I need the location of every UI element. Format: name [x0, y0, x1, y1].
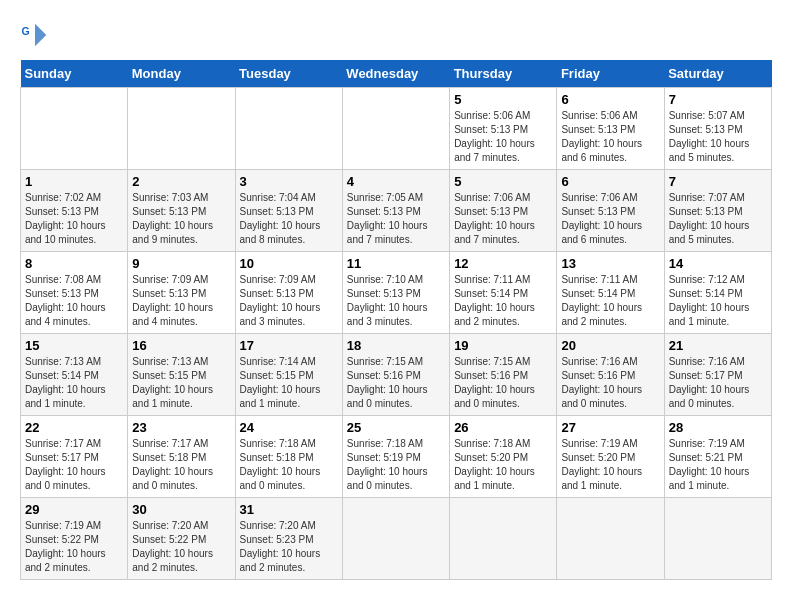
calendar-cell: 6 Sunrise: 7:06 AM Sunset: 5:13 PM Dayli…	[557, 170, 664, 252]
calendar-cell: 31 Sunrise: 7:20 AM Sunset: 5:23 PM Dayl…	[235, 498, 342, 580]
calendar-cell: 21 Sunrise: 7:16 AM Sunset: 5:17 PM Dayl…	[664, 334, 771, 416]
day-number: 5	[454, 174, 552, 189]
calendar-cell: 22 Sunrise: 7:17 AM Sunset: 5:17 PM Dayl…	[21, 416, 128, 498]
page-header: G	[20, 20, 772, 50]
day-header-thursday: Thursday	[450, 60, 557, 88]
day-info: Sunrise: 7:17 AM Sunset: 5:18 PM Dayligh…	[132, 437, 230, 493]
day-number: 27	[561, 420, 659, 435]
day-number: 9	[132, 256, 230, 271]
calendar-cell: 28 Sunrise: 7:19 AM Sunset: 5:21 PM Dayl…	[664, 416, 771, 498]
day-info: Sunrise: 7:19 AM Sunset: 5:21 PM Dayligh…	[669, 437, 767, 493]
day-info: Sunrise: 7:15 AM Sunset: 5:16 PM Dayligh…	[347, 355, 445, 411]
calendar-cell	[557, 498, 664, 580]
day-number: 30	[132, 502, 230, 517]
calendar-week-row: 5 Sunrise: 5:06 AM Sunset: 5:13 PM Dayli…	[21, 88, 772, 170]
day-number: 20	[561, 338, 659, 353]
svg-text:G: G	[22, 25, 30, 37]
calendar-cell: 30 Sunrise: 7:20 AM Sunset: 5:22 PM Dayl…	[128, 498, 235, 580]
day-info: Sunrise: 7:16 AM Sunset: 5:17 PM Dayligh…	[669, 355, 767, 411]
calendar-cell: 7 Sunrise: 7:07 AM Sunset: 5:13 PM Dayli…	[664, 170, 771, 252]
day-number: 16	[132, 338, 230, 353]
calendar-cell: 23 Sunrise: 7:17 AM Sunset: 5:18 PM Dayl…	[128, 416, 235, 498]
calendar-cell: 5 Sunrise: 5:06 AM Sunset: 5:13 PM Dayli…	[450, 88, 557, 170]
calendar-cell	[664, 498, 771, 580]
day-number: 12	[454, 256, 552, 271]
day-info: Sunrise: 7:12 AM Sunset: 5:14 PM Dayligh…	[669, 273, 767, 329]
calendar-cell: 5 Sunrise: 7:06 AM Sunset: 5:13 PM Dayli…	[450, 170, 557, 252]
day-info: Sunrise: 5:07 AM Sunset: 5:13 PM Dayligh…	[669, 109, 767, 165]
day-info: Sunrise: 7:06 AM Sunset: 5:13 PM Dayligh…	[561, 191, 659, 247]
calendar-cell: 12 Sunrise: 7:11 AM Sunset: 5:14 PM Dayl…	[450, 252, 557, 334]
calendar-week-row: 29 Sunrise: 7:19 AM Sunset: 5:22 PM Dayl…	[21, 498, 772, 580]
calendar-cell: 17 Sunrise: 7:14 AM Sunset: 5:15 PM Dayl…	[235, 334, 342, 416]
calendar-cell	[235, 88, 342, 170]
calendar-cell: 14 Sunrise: 7:12 AM Sunset: 5:14 PM Dayl…	[664, 252, 771, 334]
day-number: 26	[454, 420, 552, 435]
day-number: 13	[561, 256, 659, 271]
day-header-friday: Friday	[557, 60, 664, 88]
calendar-cell: 13 Sunrise: 7:11 AM Sunset: 5:14 PM Dayl…	[557, 252, 664, 334]
day-number: 19	[454, 338, 552, 353]
day-number: 15	[25, 338, 123, 353]
day-number: 10	[240, 256, 338, 271]
day-info: Sunrise: 7:10 AM Sunset: 5:13 PM Dayligh…	[347, 273, 445, 329]
day-info: Sunrise: 7:18 AM Sunset: 5:18 PM Dayligh…	[240, 437, 338, 493]
calendar-cell: 19 Sunrise: 7:15 AM Sunset: 5:16 PM Dayl…	[450, 334, 557, 416]
logo: G	[20, 20, 54, 50]
calendar-cell: 18 Sunrise: 7:15 AM Sunset: 5:16 PM Dayl…	[342, 334, 449, 416]
day-number: 29	[25, 502, 123, 517]
day-info: Sunrise: 7:03 AM Sunset: 5:13 PM Dayligh…	[132, 191, 230, 247]
day-info: Sunrise: 7:07 AM Sunset: 5:13 PM Dayligh…	[669, 191, 767, 247]
day-number: 22	[25, 420, 123, 435]
logo-icon: G	[20, 20, 50, 50]
calendar-cell: 9 Sunrise: 7:09 AM Sunset: 5:13 PM Dayli…	[128, 252, 235, 334]
calendar-cell: 24 Sunrise: 7:18 AM Sunset: 5:18 PM Dayl…	[235, 416, 342, 498]
day-info: Sunrise: 7:02 AM Sunset: 5:13 PM Dayligh…	[25, 191, 123, 247]
calendar-cell: 4 Sunrise: 7:05 AM Sunset: 5:13 PM Dayli…	[342, 170, 449, 252]
calendar-week-row: 15 Sunrise: 7:13 AM Sunset: 5:14 PM Dayl…	[21, 334, 772, 416]
day-info: Sunrise: 5:06 AM Sunset: 5:13 PM Dayligh…	[454, 109, 552, 165]
calendar-week-row: 8 Sunrise: 7:08 AM Sunset: 5:13 PM Dayli…	[21, 252, 772, 334]
calendar-body: 5 Sunrise: 5:06 AM Sunset: 5:13 PM Dayli…	[21, 88, 772, 580]
day-number: 24	[240, 420, 338, 435]
day-info: Sunrise: 7:19 AM Sunset: 5:20 PM Dayligh…	[561, 437, 659, 493]
day-number: 6	[561, 92, 659, 107]
day-number: 21	[669, 338, 767, 353]
day-info: Sunrise: 7:06 AM Sunset: 5:13 PM Dayligh…	[454, 191, 552, 247]
calendar-cell	[450, 498, 557, 580]
calendar-cell	[128, 88, 235, 170]
day-number: 11	[347, 256, 445, 271]
day-info: Sunrise: 7:05 AM Sunset: 5:13 PM Dayligh…	[347, 191, 445, 247]
day-info: Sunrise: 7:17 AM Sunset: 5:17 PM Dayligh…	[25, 437, 123, 493]
day-number: 23	[132, 420, 230, 435]
day-info: Sunrise: 7:08 AM Sunset: 5:13 PM Dayligh…	[25, 273, 123, 329]
calendar-cell: 3 Sunrise: 7:04 AM Sunset: 5:13 PM Dayli…	[235, 170, 342, 252]
day-info: Sunrise: 7:15 AM Sunset: 5:16 PM Dayligh…	[454, 355, 552, 411]
day-info: Sunrise: 7:18 AM Sunset: 5:19 PM Dayligh…	[347, 437, 445, 493]
day-number: 4	[347, 174, 445, 189]
calendar-cell	[342, 88, 449, 170]
day-number: 25	[347, 420, 445, 435]
calendar-cell: 15 Sunrise: 7:13 AM Sunset: 5:14 PM Dayl…	[21, 334, 128, 416]
calendar-cell: 25 Sunrise: 7:18 AM Sunset: 5:19 PM Dayl…	[342, 416, 449, 498]
calendar-table: SundayMondayTuesdayWednesdayThursdayFrid…	[20, 60, 772, 580]
calendar-cell	[21, 88, 128, 170]
calendar-cell: 26 Sunrise: 7:18 AM Sunset: 5:20 PM Dayl…	[450, 416, 557, 498]
day-info: Sunrise: 7:11 AM Sunset: 5:14 PM Dayligh…	[561, 273, 659, 329]
day-info: Sunrise: 7:09 AM Sunset: 5:13 PM Dayligh…	[132, 273, 230, 329]
calendar-cell: 7 Sunrise: 5:07 AM Sunset: 5:13 PM Dayli…	[664, 88, 771, 170]
day-number: 3	[240, 174, 338, 189]
calendar-cell: 20 Sunrise: 7:16 AM Sunset: 5:16 PM Dayl…	[557, 334, 664, 416]
day-number: 18	[347, 338, 445, 353]
day-number: 7	[669, 174, 767, 189]
calendar-week-row: 22 Sunrise: 7:17 AM Sunset: 5:17 PM Dayl…	[21, 416, 772, 498]
day-number: 31	[240, 502, 338, 517]
svg-marker-1	[35, 24, 46, 47]
day-info: Sunrise: 7:14 AM Sunset: 5:15 PM Dayligh…	[240, 355, 338, 411]
calendar-cell: 27 Sunrise: 7:19 AM Sunset: 5:20 PM Dayl…	[557, 416, 664, 498]
day-number: 2	[132, 174, 230, 189]
day-number: 17	[240, 338, 338, 353]
day-number: 8	[25, 256, 123, 271]
calendar-cell: 1 Sunrise: 7:02 AM Sunset: 5:13 PM Dayli…	[21, 170, 128, 252]
day-info: Sunrise: 7:19 AM Sunset: 5:22 PM Dayligh…	[25, 519, 123, 575]
